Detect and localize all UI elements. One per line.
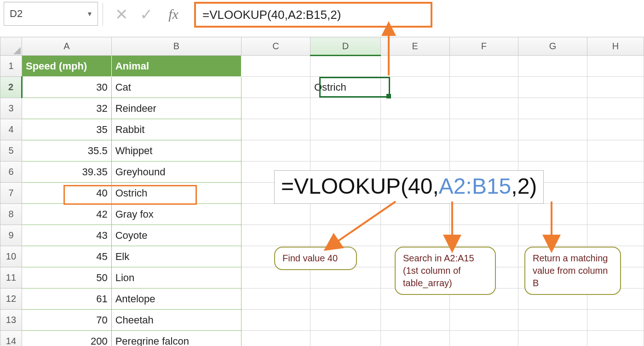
cell[interactable]: Reindeer bbox=[111, 98, 242, 119]
cell[interactable] bbox=[242, 140, 310, 161]
row-header-11[interactable]: 11 bbox=[0, 267, 22, 288]
cell[interactable]: Animal bbox=[111, 56, 242, 77]
cell[interactable] bbox=[380, 56, 449, 77]
cell[interactable] bbox=[449, 98, 518, 119]
cell[interactable] bbox=[449, 225, 518, 246]
cell[interactable]: 200 bbox=[22, 331, 111, 346]
col-header-A[interactable]: A bbox=[22, 37, 111, 56]
cell[interactable] bbox=[518, 56, 587, 77]
cell[interactable]: 50 bbox=[22, 267, 111, 288]
cell[interactable] bbox=[242, 288, 310, 310]
row-header-1[interactable]: 1 bbox=[0, 56, 22, 77]
cell[interactable]: 32 bbox=[22, 98, 111, 119]
cell[interactable] bbox=[518, 225, 587, 246]
cell[interactable]: 40 bbox=[22, 183, 111, 204]
cell[interactable] bbox=[310, 56, 380, 77]
cell[interactable]: 39.35 bbox=[22, 161, 111, 183]
cell[interactable] bbox=[380, 77, 449, 98]
cell[interactable]: Elk bbox=[111, 246, 242, 267]
cell[interactable] bbox=[518, 204, 587, 225]
cell[interactable] bbox=[518, 119, 587, 140]
cell[interactable] bbox=[242, 119, 310, 140]
cell[interactable] bbox=[380, 140, 449, 161]
row-header-14[interactable]: 14 bbox=[0, 331, 22, 346]
cell[interactable] bbox=[587, 204, 644, 225]
insert-function-button[interactable]: fx bbox=[160, 5, 187, 23]
cell[interactable] bbox=[380, 225, 449, 246]
selected-cell[interactable]: Ostrich bbox=[310, 77, 380, 98]
cell[interactable] bbox=[587, 98, 644, 119]
formula-input[interactable]: =VLOOKUP(40,A2:B15,2) bbox=[194, 2, 432, 28]
name-box[interactable]: D2 ▼ bbox=[4, 2, 98, 26]
select-all-corner[interactable] bbox=[0, 37, 22, 56]
cell[interactable]: Rabbit bbox=[111, 119, 242, 140]
cell[interactable] bbox=[449, 310, 518, 331]
cell[interactable]: 70 bbox=[22, 310, 111, 331]
cell[interactable]: 35.5 bbox=[22, 140, 111, 161]
cell[interactable] bbox=[587, 77, 644, 98]
row-header-8[interactable]: 8 bbox=[0, 204, 22, 225]
cell[interactable] bbox=[310, 119, 380, 140]
cell[interactable] bbox=[518, 331, 587, 346]
cell[interactable]: 45 bbox=[22, 246, 111, 267]
cell[interactable] bbox=[310, 267, 380, 288]
cell[interactable] bbox=[242, 204, 310, 225]
row-header-10[interactable]: 10 bbox=[0, 246, 22, 267]
cell[interactable] bbox=[518, 98, 587, 119]
row-header-5[interactable]: 5 bbox=[0, 140, 22, 161]
cell[interactable] bbox=[310, 225, 380, 246]
cell[interactable] bbox=[518, 77, 587, 98]
cell[interactable] bbox=[242, 225, 310, 246]
cell[interactable] bbox=[587, 140, 644, 161]
cell[interactable] bbox=[242, 56, 310, 77]
cell[interactable] bbox=[587, 56, 644, 77]
col-header-G[interactable]: G bbox=[518, 37, 587, 56]
cell[interactable]: Cheetah bbox=[111, 310, 242, 331]
cell[interactable]: Whippet bbox=[111, 140, 242, 161]
row-header-13[interactable]: 13 bbox=[0, 310, 22, 331]
cancel-button[interactable]: ✕ bbox=[110, 5, 132, 23]
cell[interactable]: Antelope bbox=[111, 288, 242, 310]
row-header-9[interactable]: 9 bbox=[0, 225, 22, 246]
cell[interactable] bbox=[242, 331, 310, 346]
cell[interactable]: 43 bbox=[22, 225, 111, 246]
cell[interactable] bbox=[380, 98, 449, 119]
cell[interactable] bbox=[242, 98, 310, 119]
cell[interactable] bbox=[449, 140, 518, 161]
cell[interactable] bbox=[587, 161, 644, 183]
col-header-E[interactable]: E bbox=[380, 37, 449, 56]
cell[interactable] bbox=[242, 77, 310, 98]
col-header-C[interactable]: C bbox=[242, 37, 310, 56]
cell[interactable] bbox=[380, 119, 449, 140]
cell[interactable] bbox=[310, 140, 380, 161]
cell[interactable] bbox=[380, 310, 449, 331]
cell[interactable] bbox=[449, 204, 518, 225]
cell[interactable]: Greyhound bbox=[111, 161, 242, 183]
cell[interactable] bbox=[242, 310, 310, 331]
row-header-3[interactable]: 3 bbox=[0, 98, 22, 119]
cell[interactable]: Coyote bbox=[111, 225, 242, 246]
row-header-6[interactable]: 6 bbox=[0, 161, 22, 183]
cell[interactable] bbox=[587, 331, 644, 346]
cell[interactable]: 42 bbox=[22, 204, 111, 225]
cell[interactable]: 30 bbox=[22, 77, 111, 98]
cell[interactable] bbox=[449, 119, 518, 140]
cell[interactable] bbox=[310, 288, 380, 310]
col-header-B[interactable]: B bbox=[111, 37, 242, 56]
cell[interactable]: Gray fox bbox=[111, 204, 242, 225]
cell[interactable] bbox=[518, 310, 587, 331]
cell[interactable] bbox=[449, 77, 518, 98]
cell[interactable]: Peregrine falcon bbox=[111, 331, 242, 346]
cell[interactable] bbox=[380, 331, 449, 346]
cell[interactable] bbox=[518, 140, 587, 161]
row-header-7[interactable]: 7 bbox=[0, 183, 22, 204]
cell[interactable] bbox=[587, 225, 644, 246]
cell[interactable]: Speed (mph) bbox=[22, 56, 111, 77]
cell[interactable] bbox=[380, 204, 449, 225]
cell[interactable] bbox=[587, 310, 644, 331]
row-header-12[interactable]: 12 bbox=[0, 288, 22, 310]
cell[interactable] bbox=[587, 183, 644, 204]
cell[interactable] bbox=[449, 56, 518, 77]
cell[interactable] bbox=[242, 267, 310, 288]
row-header-2[interactable]: 2 bbox=[0, 77, 22, 98]
